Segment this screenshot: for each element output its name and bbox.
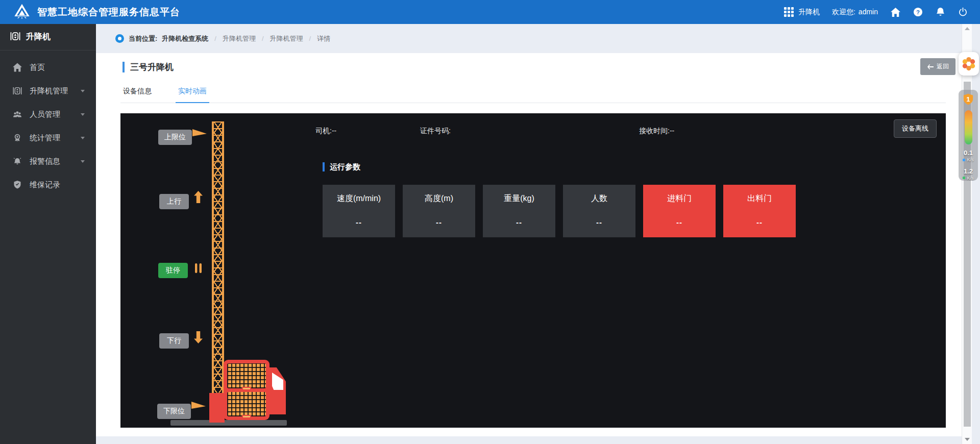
platform-title: 智慧工地综合管理服务信息平台 bbox=[37, 6, 180, 19]
lift-support-graphic bbox=[209, 393, 225, 423]
platform-logo-icon bbox=[13, 3, 31, 21]
arrow-down-icon bbox=[194, 331, 203, 343]
elevator-brand-icon bbox=[10, 31, 20, 43]
power-icon[interactable] bbox=[958, 7, 968, 17]
scroll-down-icon[interactable] bbox=[965, 438, 970, 441]
breadcrumb-item: 详情 bbox=[317, 34, 330, 43]
page-title: 三号升降机 bbox=[122, 62, 174, 72]
pause-icon bbox=[195, 263, 202, 273]
vertical-scrollbar[interactable] bbox=[962, 24, 972, 444]
home-icon[interactable] bbox=[890, 7, 900, 17]
download-dot-icon bbox=[963, 159, 965, 161]
elevator-icon bbox=[13, 86, 22, 95]
param-card-inlet-door: 进料门-- bbox=[643, 185, 716, 237]
welcome-text: 欢迎您: admin bbox=[832, 8, 878, 17]
tab-bar: 设备信息 实时动画 bbox=[120, 86, 946, 103]
param-card-weight: 重量(kg)-- bbox=[483, 185, 555, 237]
svg-text:1: 1 bbox=[967, 96, 970, 103]
breadcrumb-item[interactable]: 升降机检查系统 bbox=[162, 34, 208, 43]
lift-cage-graphic bbox=[224, 360, 270, 420]
download-speed: 0.1 K/s bbox=[963, 150, 973, 162]
breadcrumb-item[interactable]: 升降机管理 bbox=[270, 34, 303, 43]
lift-base-graphic bbox=[170, 420, 287, 426]
arrow-left-icon bbox=[927, 64, 934, 69]
top-header: 智慧工地综合管理服务信息平台 升降机 欢迎您: admin ? bbox=[0, 0, 980, 24]
svg-text:?: ? bbox=[916, 9, 920, 15]
alarm-icon bbox=[13, 157, 22, 166]
receive-time-info: 接收时间:-- bbox=[639, 127, 674, 136]
param-card-speed: 速度(m/min)-- bbox=[323, 185, 395, 237]
download-monitor-widget[interactable]: 1 0.1 K/s 1.2 K/s bbox=[959, 90, 978, 181]
sidebar-item-home[interactable]: 首页 bbox=[0, 56, 96, 79]
param-cards: 速度(m/min)-- 高度(m)-- 重量(kg)-- 人数-- 进料门-- … bbox=[323, 185, 796, 237]
main-area: 当前位置: 升降机检查系统 / 升降机管理 / 升降机管理 / 详情 三号升降机… bbox=[96, 24, 980, 444]
app-switcher[interactable]: 升降机 bbox=[784, 7, 820, 17]
flag-icon bbox=[192, 128, 207, 138]
chevron-down-icon bbox=[81, 137, 85, 139]
shield-icon bbox=[13, 180, 22, 189]
arrow-up-icon bbox=[194, 191, 203, 203]
sidebar-brand: 升降机 bbox=[0, 24, 96, 51]
certificate-info: 证件号码: bbox=[420, 127, 451, 136]
tab-realtime-animation[interactable]: 实时动画 bbox=[176, 86, 209, 103]
app-switcher-label: 升降机 bbox=[798, 8, 820, 17]
upload-dot-icon bbox=[963, 177, 965, 179]
location-pin-icon bbox=[115, 34, 124, 43]
device-offline-button[interactable]: 设备离线 bbox=[894, 119, 937, 138]
lift-mast-graphic bbox=[212, 121, 224, 393]
people-icon bbox=[13, 110, 22, 119]
param-card-height: 高度(m)-- bbox=[403, 185, 475, 237]
chevron-down-icon bbox=[81, 113, 85, 116]
help-icon[interactable]: ? bbox=[913, 7, 923, 17]
grid-apps-icon bbox=[784, 7, 794, 17]
driver-value: -- bbox=[332, 127, 336, 135]
monitor-panel: 上限位 上行 驻停 下行 下限位 bbox=[120, 113, 946, 428]
content-card: 三号升降机 返回 设备信息 实时动画 上限位 上行 驻停 下行 bbox=[96, 53, 972, 436]
home-icon bbox=[13, 63, 22, 72]
back-button[interactable]: 返回 bbox=[920, 58, 955, 75]
sidebar-item-elevator-mgmt[interactable]: 升降机管理 bbox=[0, 79, 96, 103]
flag-icon bbox=[191, 400, 206, 410]
state-going-down: 下行 bbox=[159, 333, 189, 349]
gradient-level-icon bbox=[965, 110, 972, 144]
chevron-down-icon bbox=[81, 90, 85, 92]
breadcrumb: 当前位置: 升降机检查系统 / 升降机管理 / 升降机管理 / 详情 bbox=[96, 24, 980, 53]
chevron-down-icon bbox=[81, 160, 85, 163]
sidebar-item-maintenance-records[interactable]: 维保记录 bbox=[0, 173, 96, 196]
statistics-icon bbox=[13, 133, 22, 142]
state-parked: 驻停 bbox=[158, 263, 188, 278]
scroll-up-icon[interactable] bbox=[965, 27, 970, 30]
state-upper-limit: 上限位 bbox=[158, 130, 192, 145]
badge-shield-icon: 1 bbox=[963, 93, 974, 106]
sidebar-item-alarm-info[interactable]: 报警信息 bbox=[0, 150, 96, 173]
swirl-logo-icon bbox=[961, 56, 976, 71]
upload-speed: 1.2 K/s bbox=[963, 168, 973, 181]
tab-device-info[interactable]: 设备信息 bbox=[120, 86, 154, 103]
sidebar-item-statistics-mgmt[interactable]: 统计管理 bbox=[0, 126, 96, 150]
driver-info: 司机:-- bbox=[315, 127, 336, 136]
username: admin bbox=[859, 8, 878, 17]
sidebar: 升降机 首页 升降机管理 人员管理 统计管理 报警信息 维保记录 bbox=[0, 24, 96, 444]
extension-button[interactable] bbox=[959, 52, 979, 76]
bell-icon[interactable] bbox=[935, 7, 945, 17]
param-card-people-count: 人数-- bbox=[563, 185, 635, 237]
running-params-title: 运行参数 bbox=[323, 162, 360, 171]
receive-time-value: -- bbox=[670, 127, 674, 135]
breadcrumb-item[interactable]: 升降机管理 bbox=[223, 34, 256, 43]
sidebar-item-personnel-mgmt[interactable]: 人员管理 bbox=[0, 103, 96, 126]
state-going-up: 上行 bbox=[159, 194, 189, 209]
state-lower-limit: 下限位 bbox=[157, 404, 191, 419]
param-card-outlet-door: 出料门-- bbox=[723, 185, 796, 237]
